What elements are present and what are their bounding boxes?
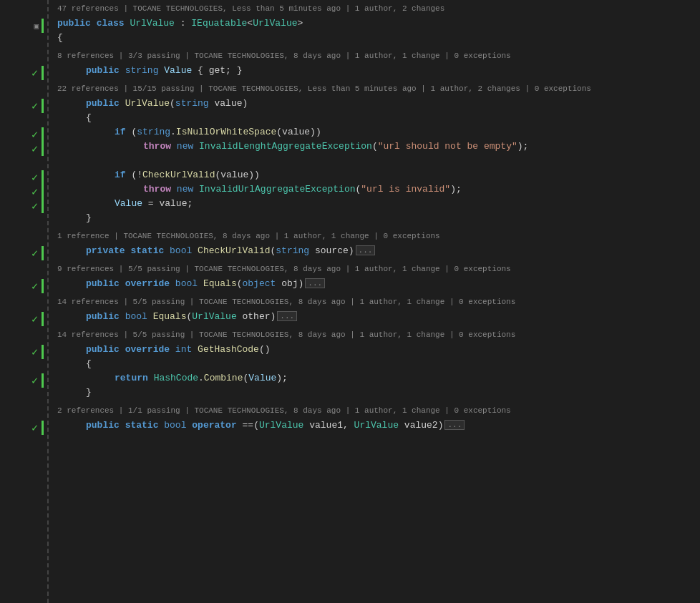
keyword-if-1: if — [115, 127, 126, 137]
method-equals-object: Equals — [203, 278, 237, 289]
method-checkurl: CheckUrlValid — [142, 170, 215, 180]
meta-line-3: 22 references | 15/15 passing | TOCANE T… — [57, 82, 700, 96]
str-url-empty: "url should not be empty" — [378, 141, 517, 152]
dot-2: . — [198, 373, 204, 383]
keyword-bool-4: bool — [164, 420, 186, 431]
prop-value-assign: Value — [115, 198, 142, 209]
paren-if-2: (! — [131, 170, 142, 180]
keyword-int: int — [175, 344, 192, 355]
code-line-15: public bool Equals(UrlValue other)... — [57, 309, 700, 323]
generic-close: > — [298, 18, 303, 29]
paren-if-1: ( — [131, 127, 137, 137]
keyword-public-5: public — [86, 311, 120, 322]
paren-eq2-close: ) — [271, 311, 276, 322]
paren-close-1: ) — [243, 98, 248, 109]
meta-text-5: 9 references | 5/5 passing | TOCANE TECH… — [57, 265, 511, 273]
paren-eq2-open: ( — [186, 311, 192, 322]
left-gutter: ▣ ✓ ✓ ✓ ✓ ✓ ✓ — [0, 0, 42, 603]
param-source: source — [315, 245, 349, 256]
brace-open-ctor: { — [86, 112, 92, 123]
keyword-return: return — [115, 373, 148, 383]
code-line-1: public class UrlValue : IEquatable<UrlVa… — [57, 16, 700, 30]
meta-line-6: 14 references | 5/5 passing | TOCANE TEC… — [57, 295, 700, 309]
collapsed-equals2[interactable]: ... — [277, 311, 297, 321]
gutter-line-17 — [0, 359, 42, 373]
operator-eq: == — [243, 420, 254, 431]
collapsed-checkurl[interactable]: ... — [356, 245, 376, 255]
gutter-meta-6 — [0, 298, 42, 312]
method-isnull: IsNullOrWhiteSpace — [176, 127, 276, 137]
gutter-line-4: ✓ — [0, 99, 42, 113]
type-urlvalue-op2: UrlValue — [354, 420, 399, 431]
keyword-public-7: public — [86, 420, 120, 431]
keyword-public-1: public — [57, 18, 91, 29]
bar-line12 — [42, 213, 46, 227]
code-line-10: throw new InvalidUrlAggregateException("… — [57, 182, 700, 196]
paren-eq1-close: ) — [298, 278, 304, 289]
gutter-meta-3 — [0, 84, 42, 99]
collapsed-equals1[interactable]: ... — [305, 278, 325, 288]
bar-spacer-meta1 — [42, 4, 46, 19]
paren-exc-close-2: ); — [450, 184, 462, 195]
gutter-line-10: ✓ — [0, 185, 42, 199]
dot-1: . — [170, 127, 176, 137]
keyword-bool-3: bool — [125, 311, 147, 322]
check-icon-6: ✓ — [31, 185, 38, 199]
paren-op-close: ) — [438, 420, 444, 431]
value-getter: { get; } — [198, 65, 242, 76]
check-icon-3: ✓ — [31, 128, 38, 142]
keyword-static-2: static — [125, 420, 159, 431]
keyword-public-3: public — [86, 98, 120, 109]
keyword-operator: operator — [192, 420, 236, 431]
code-line-14: public override bool Equals(object obj).… — [57, 276, 700, 290]
meta-line-1: 47 references | TOCANE TECHNOLOGIES, Les… — [57, 1, 700, 16]
keyword-throw-2: throw — [143, 184, 171, 195]
bracket-icon-1: ▣ — [34, 21, 39, 31]
check-icon-11: ✓ — [31, 345, 38, 359]
keyword-new-2: new — [177, 184, 193, 195]
gutter-meta-8 — [0, 406, 42, 421]
check-icon-5: ✓ — [31, 171, 38, 185]
gutter-line-20: ✓ — [0, 421, 42, 435]
gutter-line-1: ▣ — [0, 19, 42, 33]
check-icon-12: ✓ — [31, 374, 38, 388]
gutter-line-7: ✓ — [0, 142, 42, 156]
code-line-7: throw new InvalidLenghtAggregateExceptio… — [57, 139, 700, 153]
type-hashcode: HashCode — [154, 373, 198, 383]
check-icon-7: ✓ — [31, 200, 38, 213]
keyword-static-1: static — [130, 245, 164, 256]
code-line-6: if (string.IsNullOrWhiteSpace(value)) — [57, 124, 700, 139]
paren-op-open: ( — [253, 420, 259, 431]
bar-line13 — [42, 246, 44, 260]
keyword-if-2: if — [115, 170, 126, 180]
keyword-override-1: override — [125, 278, 170, 289]
keyword-bool-1: bool — [170, 245, 192, 256]
gutter-line-14: ✓ — [0, 279, 42, 293]
comma-op: , — [343, 420, 349, 431]
generic-open: < — [247, 18, 253, 29]
code-line-13: private static bool CheckUrlValid(string… — [57, 243, 700, 258]
meta-line-7: 14 references | 5/5 passing | TOCANE TEC… — [57, 328, 700, 342]
meta-line-2: 8 references | 3/3 passing | TOCANE TECH… — [57, 49, 700, 63]
exc-invalid-lenght: InvalidLenghtAggregateException — [199, 141, 372, 152]
code-line-11: Value = value; — [57, 196, 700, 210]
type-urlvalue-op1: UrlValue — [259, 420, 303, 431]
gutter-meta-1 — [0, 4, 42, 19]
code-line-18: return HashCode.Combine(Value); — [57, 371, 700, 385]
value-assign: value; — [159, 198, 193, 209]
keyword-object: object — [243, 278, 276, 289]
code-content: 47 references | TOCANE TECHNOLOGIES, Les… — [52, 0, 700, 603]
meta-line-5: 9 references | 5/5 passing | TOCANE TECH… — [57, 262, 700, 276]
exc-invalid-url: InvalidUrlAggregateException — [199, 184, 355, 195]
collapsed-operator[interactable]: ... — [444, 420, 465, 430]
keyword-public-4: public — [86, 278, 120, 289]
gutter-meta-4 — [0, 232, 42, 246]
param-value1: value1 — [309, 420, 343, 431]
meta-line-8: 2 references | 1/1 passing | TOCANE TECH… — [57, 403, 700, 418]
bar-line3 — [42, 66, 44, 80]
keyword-string-3: string — [137, 127, 170, 137]
bar-spacer-meta2 — [42, 52, 46, 66]
check-icon-10: ✓ — [31, 313, 38, 326]
gutter-meta-7 — [0, 330, 42, 345]
keyword-public-2: public — [86, 65, 120, 76]
